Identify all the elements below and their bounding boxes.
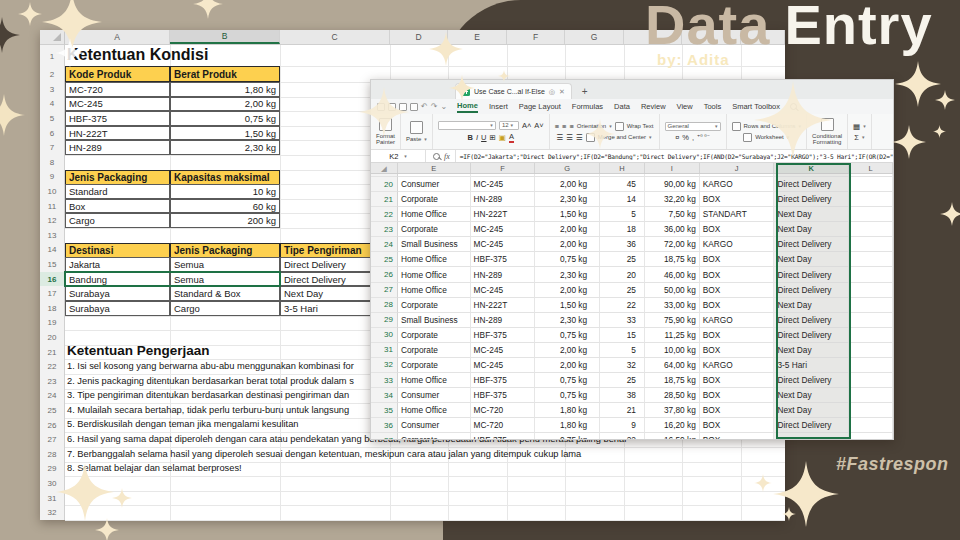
right-row-number-34[interactable]: 34 bbox=[371, 388, 398, 403]
cell-kapasitas-Standard[interactable]: 10 kg bbox=[170, 184, 280, 199]
cell-r36-c5[interactable]: BOX bbox=[700, 418, 775, 433]
row-number-29[interactable]: 29 bbox=[40, 462, 64, 477]
cell-r22-L[interactable] bbox=[849, 207, 893, 222]
cell-r31-c5[interactable]: BOX bbox=[700, 343, 775, 358]
instruction-line-8[interactable]: 8. Selamat belajar dan selamat berproses… bbox=[67, 463, 242, 473]
header-kode-produk[interactable]: Kode Produk bbox=[65, 66, 170, 82]
row-number-24[interactable]: 24 bbox=[40, 389, 64, 404]
cell-r28-c0[interactable]: Corporate bbox=[398, 298, 471, 313]
cell-destinasi-2[interactable]: Surabaya bbox=[65, 286, 170, 301]
cell-r27-c6[interactable]: Direct Delivery bbox=[774, 283, 849, 298]
cell-r30-c5[interactable]: BOX bbox=[700, 328, 775, 343]
cell-jenis-2[interactable]: Standard & Box bbox=[170, 286, 280, 301]
cell-kode-HN-289[interactable]: HN-289 bbox=[65, 140, 170, 155]
name-box[interactable]: K2▾ bbox=[371, 150, 426, 162]
cell-r33-c3[interactable]: 25 bbox=[600, 373, 645, 388]
cell-r34-c2[interactable]: 0,75 kg bbox=[535, 388, 600, 403]
cell-r35-c2[interactable]: 1,80 kg bbox=[535, 403, 600, 418]
increase-font-icon[interactable]: A˄ bbox=[522, 121, 531, 130]
cell-r37-c6[interactable]: Next Day bbox=[774, 433, 849, 439]
cell-kapasitas-Cargo[interactable]: 200 kg bbox=[170, 213, 280, 228]
cell-r30-c0[interactable]: Corporate bbox=[398, 328, 471, 343]
column-header-E[interactable]: E bbox=[448, 30, 507, 44]
right-row-number-20[interactable]: 20 bbox=[371, 177, 398, 192]
row-number-3[interactable]: 3 bbox=[40, 82, 64, 97]
header-jenis-packaging2[interactable]: Jenis Packaging bbox=[170, 243, 280, 259]
cell-r24-c5[interactable]: KARGO bbox=[700, 237, 775, 252]
cell-r31-c3[interactable]: 5 bbox=[600, 343, 645, 358]
cell-r23-c3[interactable]: 18 bbox=[600, 222, 645, 237]
cell-r27-L[interactable] bbox=[849, 283, 893, 298]
right-column-header-G[interactable]: G bbox=[535, 163, 600, 173]
cell-r29-c2[interactable]: 2,30 kg bbox=[535, 313, 600, 328]
menu-smart-toolbox[interactable]: Smart Toolbox bbox=[732, 102, 780, 111]
right-row-number-30[interactable]: 30 bbox=[371, 328, 398, 343]
menu-view[interactable]: View bbox=[677, 102, 693, 111]
cell-r26-c1[interactable]: HN-289 bbox=[471, 267, 536, 282]
cell-r32-L[interactable] bbox=[849, 358, 893, 373]
cell-r36-c4[interactable]: 16,20 kg bbox=[645, 418, 700, 433]
cell-kode-MC-245[interactable]: MC-245 bbox=[65, 97, 170, 112]
cell-r29-c6[interactable]: Direct Delivery bbox=[774, 313, 849, 328]
rows-columns-label[interactable]: Rows and Columns bbox=[744, 123, 796, 130]
cell-r33-L[interactable] bbox=[849, 373, 893, 388]
right-row-number-27[interactable]: 27 bbox=[371, 283, 398, 298]
cell-r30-c3[interactable]: 15 bbox=[600, 328, 645, 343]
align-left-icon[interactable]: ☰ bbox=[557, 133, 564, 142]
right-column-header-J[interactable]: J bbox=[700, 163, 775, 173]
right-row-number-31[interactable]: 31 bbox=[371, 343, 398, 358]
cell-r34-c4[interactable]: 28,50 kg bbox=[645, 388, 700, 403]
conditional-formatting-group[interactable]: Conditional Formatting bbox=[807, 114, 848, 149]
cell-r27-c5[interactable]: BOX bbox=[700, 283, 775, 298]
cell-r29-c1[interactable]: HN-289 bbox=[471, 313, 536, 328]
cell-destinasi-3[interactable]: Surabaya bbox=[65, 301, 170, 316]
right-column-header-K[interactable]: K bbox=[774, 163, 849, 173]
cell-r20-c2[interactable]: 2,00 kg bbox=[535, 177, 600, 192]
undo-icon[interactable]: ↶ bbox=[421, 103, 428, 111]
cell-r35-c4[interactable]: 37,80 kg bbox=[645, 403, 700, 418]
instruction-line-1[interactable]: 1. Isi sel kosong yang berwarna abu-abu … bbox=[67, 361, 354, 371]
column-header-B[interactable]: B bbox=[170, 30, 280, 44]
cell-r28-c1[interactable]: HN-222T bbox=[471, 298, 536, 313]
column-header-F[interactable]: F bbox=[507, 30, 565, 44]
cell-r35-c5[interactable]: BOX bbox=[700, 403, 775, 418]
cell-r33-c6[interactable]: Direct Delivery bbox=[774, 373, 849, 388]
cell-r28-c2[interactable]: 1,50 kg bbox=[535, 298, 600, 313]
cell-r27-c3[interactable]: 25 bbox=[600, 283, 645, 298]
cell-r23-c4[interactable]: 36,00 kg bbox=[645, 222, 700, 237]
cell-kode-HN-222T[interactable]: HN-222T bbox=[65, 126, 170, 141]
right-row-number-35[interactable]: 35 bbox=[371, 403, 398, 418]
cell-r32-c6[interactable]: 3-5 Hari bbox=[774, 358, 849, 373]
menu-review[interactable]: Review bbox=[641, 102, 666, 111]
cell-berat-HN-289[interactable]: 2,30 kg bbox=[170, 140, 280, 155]
right-row-number-22[interactable]: 22 bbox=[371, 207, 398, 222]
cell-r24-c1[interactable]: MC-245 bbox=[471, 237, 536, 252]
cell-r35-c0[interactable]: Home Office bbox=[398, 403, 471, 418]
wrap-text-label[interactable]: Wrap Text bbox=[627, 123, 654, 130]
cell-r31-c6[interactable]: Next Day bbox=[774, 343, 849, 358]
cell-r21-L[interactable] bbox=[849, 192, 893, 207]
cell-r23-c5[interactable]: BOX bbox=[700, 222, 775, 237]
cell-destinasi-1[interactable]: Bandung bbox=[65, 272, 170, 287]
cell-r28-L[interactable] bbox=[849, 298, 893, 313]
cell-destinasi-0[interactable]: Jakarta bbox=[65, 257, 170, 272]
font-size-select[interactable]: 12▾ bbox=[499, 121, 519, 130]
cell-r25-c4[interactable]: 18,75 kg bbox=[645, 252, 700, 267]
workbook-tab[interactable]: Use Case C...al If-Else ◎ ✕ bbox=[455, 83, 572, 99]
cell-r26-c0[interactable]: Home Office bbox=[398, 267, 471, 282]
cell-r21-c3[interactable]: 14 bbox=[600, 192, 645, 207]
menu-formulas[interactable]: Formulas bbox=[572, 102, 603, 111]
row-number-10[interactable]: 10 bbox=[40, 184, 64, 199]
instruction-line-5[interactable]: 5. Berdiskusilah dengan teman jika menga… bbox=[67, 419, 299, 429]
cell-berat-HBF-375[interactable]: 0,75 kg bbox=[170, 111, 280, 126]
cell-r33-c1[interactable]: HBF-375 bbox=[471, 373, 536, 388]
cell-r24-c2[interactable]: 2,00 kg bbox=[535, 237, 600, 252]
cell-r30-L[interactable] bbox=[849, 328, 893, 343]
row-number-27[interactable]: 27 bbox=[40, 432, 64, 447]
cell-r30-c6[interactable]: Direct Delivery bbox=[774, 328, 849, 343]
cell-r26-c2[interactable]: 2,30 kg bbox=[535, 267, 600, 282]
save-icon[interactable] bbox=[377, 103, 385, 111]
cell-r29-c4[interactable]: 75,90 kg bbox=[645, 313, 700, 328]
cell-r24-c3[interactable]: 36 bbox=[600, 237, 645, 252]
cell-r32-c0[interactable]: Corporate bbox=[398, 358, 471, 373]
